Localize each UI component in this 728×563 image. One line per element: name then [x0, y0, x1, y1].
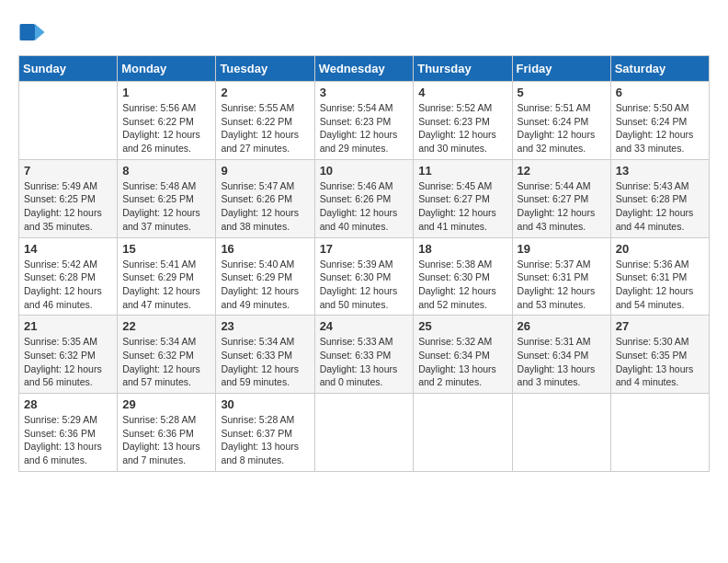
day-detail: Sunrise: 5:34 AMSunset: 6:33 PMDaylight:…	[221, 335, 309, 389]
page-header	[18, 18, 710, 46]
calendar-day-cell: 8 Sunrise: 5:48 AMSunset: 6:25 PMDayligh…	[118, 159, 216, 237]
day-number: 12	[518, 164, 606, 178]
day-number: 7	[24, 164, 112, 178]
day-number: 18	[418, 242, 506, 256]
day-number: 2	[221, 86, 309, 99]
day-detail: Sunrise: 5:29 AMSunset: 6:36 PMDaylight:…	[24, 413, 112, 467]
calendar-day-cell: 12 Sunrise: 5:44 AMSunset: 6:27 PMDaylig…	[512, 159, 610, 237]
day-number: 1	[122, 86, 210, 99]
calendar-day-cell: 16 Sunrise: 5:40 AMSunset: 6:29 PMDaylig…	[216, 237, 314, 316]
day-number: 14	[24, 242, 112, 256]
day-detail: Sunrise: 5:36 AMSunset: 6:31 PMDaylight:…	[616, 258, 704, 312]
calendar-week-row: 28 Sunrise: 5:29 AMSunset: 6:36 PMDaylig…	[19, 394, 710, 472]
day-number: 22	[122, 319, 210, 333]
calendar-day-cell: 11 Sunrise: 5:45 AMSunset: 6:27 PMDaylig…	[414, 159, 512, 237]
day-detail: Sunrise: 5:50 AMSunset: 6:24 PMDaylight:…	[616, 101, 704, 155]
day-number: 16	[221, 242, 309, 256]
day-number: 28	[24, 397, 112, 411]
calendar-day-cell: 26 Sunrise: 5:31 AMSunset: 6:34 PMDaylig…	[512, 316, 610, 394]
day-detail: Sunrise: 5:32 AMSunset: 6:34 PMDaylight:…	[418, 335, 506, 389]
day-number: 13	[616, 164, 704, 178]
calendar-day-cell: 30 Sunrise: 5:28 AMSunset: 6:37 PMDaylig…	[216, 394, 314, 472]
calendar-day-cell: 20 Sunrise: 5:36 AMSunset: 6:31 PMDaylig…	[610, 237, 709, 316]
calendar-day-cell: 24 Sunrise: 5:33 AMSunset: 6:33 PMDaylig…	[314, 316, 414, 394]
day-number: 23	[221, 319, 309, 333]
day-detail: Sunrise: 5:56 AMSunset: 6:22 PMDaylight:…	[122, 101, 210, 155]
calendar-day-cell: 27 Sunrise: 5:30 AMSunset: 6:35 PMDaylig…	[610, 316, 709, 394]
day-detail: Sunrise: 5:41 AMSunset: 6:29 PMDaylight:…	[122, 258, 210, 312]
day-number: 26	[518, 319, 606, 333]
calendar-day-cell: 28 Sunrise: 5:29 AMSunset: 6:36 PMDaylig…	[19, 394, 118, 472]
day-number: 29	[122, 397, 210, 411]
day-number: 21	[24, 319, 112, 333]
day-detail: Sunrise: 5:54 AMSunset: 6:23 PMDaylight:…	[320, 101, 409, 155]
day-detail: Sunrise: 5:28 AMSunset: 6:37 PMDaylight:…	[221, 413, 309, 467]
calendar-week-row: 7 Sunrise: 5:49 AMSunset: 6:25 PMDayligh…	[19, 159, 710, 237]
day-detail: Sunrise: 5:38 AMSunset: 6:30 PMDaylight:…	[418, 258, 506, 312]
svg-rect-0	[20, 24, 36, 40]
calendar-day-cell	[314, 394, 414, 472]
calendar-day-cell: 19 Sunrise: 5:37 AMSunset: 6:31 PMDaylig…	[512, 237, 610, 316]
logo	[18, 18, 50, 46]
calendar-day-cell: 21 Sunrise: 5:35 AMSunset: 6:32 PMDaylig…	[19, 316, 118, 394]
day-number: 4	[418, 86, 506, 99]
day-number: 8	[122, 164, 210, 178]
day-detail: Sunrise: 5:52 AMSunset: 6:23 PMDaylight:…	[418, 101, 506, 155]
day-detail: Sunrise: 5:28 AMSunset: 6:36 PMDaylight:…	[122, 413, 210, 467]
calendar-day-cell	[512, 394, 610, 472]
calendar-day-cell: 25 Sunrise: 5:32 AMSunset: 6:34 PMDaylig…	[414, 316, 512, 394]
day-detail: Sunrise: 5:40 AMSunset: 6:29 PMDaylight:…	[221, 258, 309, 312]
calendar-week-row: 14 Sunrise: 5:42 AMSunset: 6:28 PMDaylig…	[19, 237, 710, 316]
calendar-day-cell: 7 Sunrise: 5:49 AMSunset: 6:25 PMDayligh…	[19, 159, 118, 237]
weekday-header: Sunday	[19, 56, 118, 82]
calendar-day-cell: 13 Sunrise: 5:43 AMSunset: 6:28 PMDaylig…	[610, 159, 709, 237]
calendar-day-cell: 6 Sunrise: 5:50 AMSunset: 6:24 PMDayligh…	[610, 82, 709, 160]
calendar-day-cell: 1 Sunrise: 5:56 AMSunset: 6:22 PMDayligh…	[118, 82, 216, 160]
day-detail: Sunrise: 5:39 AMSunset: 6:30 PMDaylight:…	[320, 258, 409, 312]
calendar-day-cell	[19, 82, 118, 160]
weekday-header: Thursday	[414, 56, 512, 82]
calendar-day-cell: 5 Sunrise: 5:51 AMSunset: 6:24 PMDayligh…	[512, 82, 610, 160]
weekday-header: Tuesday	[216, 56, 314, 82]
day-detail: Sunrise: 5:49 AMSunset: 6:25 PMDaylight:…	[24, 179, 112, 234]
day-detail: Sunrise: 5:44 AMSunset: 6:27 PMDaylight:…	[518, 179, 606, 234]
calendar-day-cell	[610, 394, 709, 472]
day-number: 11	[418, 164, 506, 178]
weekday-header: Friday	[512, 56, 610, 82]
calendar-day-cell: 14 Sunrise: 5:42 AMSunset: 6:28 PMDaylig…	[19, 237, 118, 316]
day-detail: Sunrise: 5:37 AMSunset: 6:31 PMDaylight:…	[518, 258, 606, 312]
day-number: 9	[221, 164, 309, 178]
logo-icon	[18, 18, 46, 46]
day-number: 30	[221, 397, 309, 411]
weekday-header: Saturday	[610, 56, 709, 82]
header-row: SundayMondayTuesdayWednesdayThursdayFrid…	[19, 56, 710, 82]
calendar-day-cell: 22 Sunrise: 5:34 AMSunset: 6:32 PMDaylig…	[118, 316, 216, 394]
weekday-header: Wednesday	[314, 56, 414, 82]
day-number: 19	[518, 242, 606, 256]
day-number: 27	[616, 319, 704, 333]
day-number: 24	[320, 319, 409, 333]
calendar-day-cell	[414, 394, 512, 472]
calendar-day-cell: 3 Sunrise: 5:54 AMSunset: 6:23 PMDayligh…	[314, 82, 414, 160]
day-detail: Sunrise: 5:30 AMSunset: 6:35 PMDaylight:…	[616, 335, 704, 389]
day-number: 17	[320, 242, 409, 256]
day-detail: Sunrise: 5:46 AMSunset: 6:26 PMDaylight:…	[320, 179, 409, 234]
svg-marker-1	[35, 24, 45, 40]
day-detail: Sunrise: 5:42 AMSunset: 6:28 PMDaylight:…	[24, 258, 112, 312]
calendar-table: SundayMondayTuesdayWednesdayThursdayFrid…	[18, 55, 710, 472]
calendar-day-cell: 15 Sunrise: 5:41 AMSunset: 6:29 PMDaylig…	[118, 237, 216, 316]
day-detail: Sunrise: 5:34 AMSunset: 6:32 PMDaylight:…	[122, 335, 210, 389]
calendar-day-cell: 29 Sunrise: 5:28 AMSunset: 6:36 PMDaylig…	[118, 394, 216, 472]
day-number: 5	[518, 86, 606, 99]
day-detail: Sunrise: 5:45 AMSunset: 6:27 PMDaylight:…	[418, 179, 506, 234]
calendar-week-row: 1 Sunrise: 5:56 AMSunset: 6:22 PMDayligh…	[19, 82, 710, 160]
day-detail: Sunrise: 5:47 AMSunset: 6:26 PMDaylight:…	[221, 179, 309, 234]
day-detail: Sunrise: 5:31 AMSunset: 6:34 PMDaylight:…	[518, 335, 606, 389]
calendar-day-cell: 18 Sunrise: 5:38 AMSunset: 6:30 PMDaylig…	[414, 237, 512, 316]
day-number: 3	[320, 86, 409, 99]
calendar-day-cell: 10 Sunrise: 5:46 AMSunset: 6:26 PMDaylig…	[314, 159, 414, 237]
day-detail: Sunrise: 5:33 AMSunset: 6:33 PMDaylight:…	[320, 335, 409, 389]
calendar-day-cell: 2 Sunrise: 5:55 AMSunset: 6:22 PMDayligh…	[216, 82, 314, 160]
day-number: 25	[418, 319, 506, 333]
day-number: 10	[320, 164, 409, 178]
